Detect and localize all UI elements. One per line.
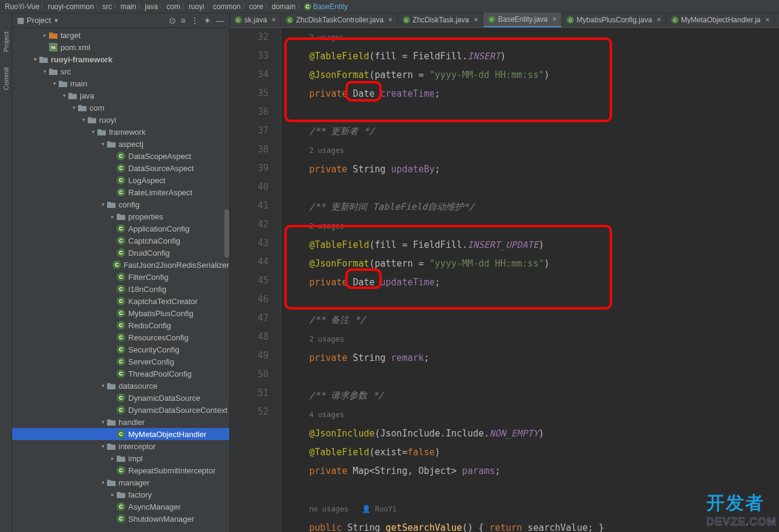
tree-item[interactable]: ▸factory	[12, 488, 229, 501]
close-icon[interactable]: ×	[552, 15, 556, 24]
tree-item[interactable]: DynamicDataSourceContext	[12, 404, 229, 416]
code-line[interactable]: @JsonInclude(JsonInclude.Include.NON_EMP…	[287, 424, 779, 443]
breadcrumb-item[interactable]: com	[166, 2, 180, 11]
editor-tab[interactable]: CZhcDiskTask.java×	[398, 13, 483, 27]
editor-tab[interactable]: Csk.java×	[230, 13, 281, 27]
breadcrumb-item[interactable]: BaseEntity	[304, 2, 348, 11]
tree-item[interactable]: KaptchaTextCreator	[12, 295, 229, 307]
close-icon[interactable]: ×	[657, 16, 661, 24]
editor-tab[interactable]: CMybatisPlusConfig.java×	[562, 13, 667, 27]
tree-item[interactable]: ▾framework	[12, 126, 229, 138]
tree-item[interactable]: ▾com	[12, 102, 229, 114]
code-line[interactable]: private String updateBy;	[287, 160, 779, 179]
tree-item[interactable]: ServerConfig	[12, 355, 229, 368]
code-line[interactable]: private String remark;	[287, 349, 779, 368]
code-line[interactable]: 2 usages	[287, 216, 779, 236]
breadcrumb-item[interactable]: ruoyi-common	[48, 2, 94, 11]
code-line[interactable]: 2 usages	[287, 329, 779, 349]
tree-item[interactable]: MybatisPlusConfig	[12, 307, 229, 319]
close-icon[interactable]: ×	[272, 16, 276, 24]
code-line[interactable]	[287, 481, 779, 499]
tree-item[interactable]: RedisConfig	[12, 319, 229, 331]
code-line[interactable]: 4 usages	[287, 405, 779, 424]
tree-item[interactable]: ▸target	[12, 29, 229, 41]
tree-item[interactable]: pom.xml	[12, 41, 229, 53]
chevron-down-icon[interactable]: ▼	[53, 18, 59, 24]
code-line[interactable]: @JsonFormat(pattern = "yyyy-MM-dd HH:mm:…	[287, 255, 779, 273]
tree-item[interactable]: ▾datasource	[12, 380, 229, 392]
code-line[interactable]	[287, 368, 779, 386]
code-line[interactable]: 2 usages	[287, 141, 779, 160]
close-icon[interactable]: ×	[388, 16, 393, 24]
toolwindow-commit[interactable]: Commit	[2, 67, 10, 90]
toolwindow-project[interactable]: Project	[2, 31, 10, 52]
tree-item[interactable]: ▾aspectj	[12, 138, 229, 150]
breadcrumb-item[interactable]: domain	[272, 2, 295, 11]
code-line[interactable]	[287, 179, 779, 198]
settings-icon[interactable]: ✶	[204, 16, 211, 25]
tree-item[interactable]: DataScopeAspect	[12, 150, 229, 162]
tree-item[interactable]: ▾java	[12, 89, 229, 102]
tree-item[interactable]: FastJson2JsonRedisSerializer	[12, 259, 229, 271]
breadcrumb-item[interactable]: java	[145, 2, 158, 11]
breadcrumb-item[interactable]: RuoYi-Vue	[5, 2, 39, 11]
breadcrumb-item[interactable]: common	[213, 2, 241, 11]
tree-item[interactable]: I18nConfig	[12, 283, 229, 295]
code-line[interactable]: private Date createTime;	[287, 85, 779, 103]
close-icon[interactable]: ×	[765, 16, 769, 24]
code-line[interactable]: /** 请求参数 */	[287, 386, 779, 405]
tree-item[interactable]: RateLimiterAspect	[12, 186, 229, 198]
breadcrumb-item[interactable]: core	[249, 2, 263, 11]
code[interactable]: 2 usages @TableField(fill = FieldFill.IN…	[281, 28, 779, 532]
code-line[interactable]: @TableField(exist=false)	[287, 443, 779, 462]
tree-item[interactable]: ▾config	[12, 198, 229, 210]
breadcrumb-item[interactable]: src	[102, 2, 112, 11]
hide-icon[interactable]: —	[216, 16, 224, 25]
tree-item[interactable]: ▸impl	[12, 452, 229, 464]
code-line[interactable]: /** 更新者 */	[287, 122, 779, 141]
project-tree[interactable]: ▸targetpom.xml▾ruoyi-framework▾src▾main▾…	[12, 28, 229, 532]
breadcrumb-item[interactable]: main	[120, 2, 136, 11]
tree-item[interactable]: AsyncManager	[12, 501, 229, 513]
tree-item[interactable]: MyMetaObjectHandler	[12, 428, 229, 440]
code-line[interactable]: @TableField(fill = FieldFill.INSERT)	[287, 47, 779, 66]
tree-item[interactable]: ▾interceptor	[12, 440, 229, 452]
tree-item[interactable]: DataSourceAspect	[12, 162, 229, 174]
tree-item[interactable]: SecurityConfig	[12, 343, 229, 355]
tree-item[interactable]: DruidConfig	[12, 247, 229, 259]
tree-item[interactable]: ▾handler	[12, 416, 229, 428]
editor-tab[interactable]: CZhcDiskTaskController.java×	[281, 13, 398, 27]
tree-item[interactable]: ▾ruoyi-framework	[12, 53, 229, 65]
code-line[interactable]: public String getSearchValue() { return …	[287, 519, 779, 532]
tree-item[interactable]: ApplicationConfig	[12, 222, 229, 235]
collapse-icon[interactable]: ⋮	[191, 16, 199, 25]
editor-tab[interactable]: CBaseEntity.java×	[483, 13, 562, 27]
select-opened-icon[interactable]: ⊙	[169, 16, 176, 25]
code-line[interactable]: private Date updateTime;	[287, 273, 779, 292]
code-line[interactable]	[287, 103, 779, 122]
tree-item[interactable]: ▾ruoyi	[12, 114, 229, 126]
tree-item[interactable]: ThreadPoolConfig	[12, 368, 229, 380]
tree-item[interactable]: ▾src	[12, 65, 229, 77]
tree-item[interactable]: FilterConfig	[12, 271, 229, 283]
editor-body[interactable]: 3233343536373839404142434445464748495051…	[230, 28, 779, 532]
code-line[interactable]: 2 usages	[287, 28, 779, 47]
tree-item[interactable]: ShutdownManager	[12, 513, 229, 525]
code-line[interactable]: /** 备注 */	[287, 311, 779, 329]
tree-item[interactable]: ▾manager	[12, 476, 229, 488]
code-line[interactable]: private Map<String, Object> params;	[287, 462, 779, 481]
scrollbar-thumb[interactable]	[224, 209, 229, 258]
code-line[interactable]: @TableField(fill = FieldFill.INSERT_UPDA…	[287, 236, 779, 255]
editor-tab[interactable]: CMyMetaObjectHandler.ja×	[667, 13, 775, 27]
breadcrumb-item[interactable]: ruoyi	[189, 2, 204, 11]
code-line[interactable]: no usages 👤 RuoYi	[287, 499, 779, 519]
close-icon[interactable]: ×	[474, 16, 478, 24]
tree-item[interactable]: RepeatSubmitInterceptor	[12, 464, 229, 476]
tree-item[interactable]: DynamicDataSource	[12, 392, 229, 404]
code-line[interactable]: @JsonFormat(pattern = "yyyy-MM-dd HH:mm:…	[287, 66, 779, 85]
tree-item[interactable]: ▸properties	[12, 210, 229, 222]
tree-item[interactable]: ▾main	[12, 77, 229, 89]
tree-item[interactable]: CaptchaConfig	[12, 235, 229, 247]
expand-icon[interactable]: ≡	[181, 16, 186, 25]
tree-item[interactable]: LogAspect	[12, 174, 229, 186]
